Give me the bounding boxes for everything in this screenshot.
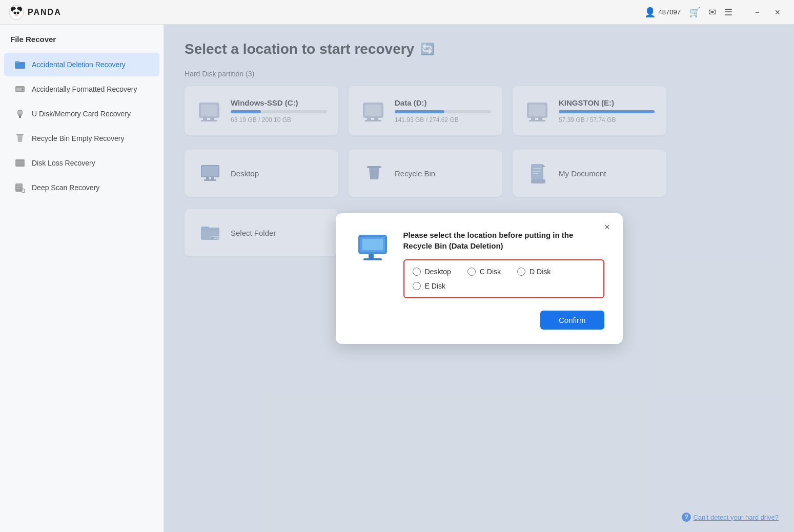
- svg-rect-24: [16, 188, 20, 189]
- svg-point-5: [17, 11, 19, 14]
- radio-c-disk[interactable]: [467, 268, 476, 276]
- modal-options-row-1: Desktop C Disk D Disk: [413, 268, 595, 276]
- svg-rect-22: [16, 185, 22, 186]
- mail-icon[interactable]: ✉: [708, 7, 716, 18]
- user-info: 👤 487097: [644, 7, 681, 18]
- sidebar-item-label: Deep Scan Recovery: [32, 183, 99, 192]
- sidebar-item-recycle-bin-empty[interactable]: Recycle Bin Empty Recovery: [4, 127, 159, 150]
- modal-footer: Confirm: [354, 311, 604, 330]
- panda-logo: PANDA: [8, 4, 62, 21]
- sidebar-item-label: Disk Loss Recovery: [32, 159, 95, 167]
- sidebar-title: File Recover: [0, 35, 164, 52]
- option-label-desktop: Desktop: [425, 268, 451, 276]
- titlebar-left: PANDA: [8, 4, 62, 21]
- svg-rect-13: [19, 116, 21, 118]
- modal-content-right: Please select the location before puttin…: [403, 230, 604, 298]
- disk-loss-icon: [14, 157, 26, 169]
- radio-e-disk[interactable]: [413, 282, 421, 290]
- minimize-button[interactable]: −: [749, 4, 765, 21]
- modal-close-button[interactable]: ×: [600, 220, 615, 235]
- confirm-button[interactable]: Confirm: [540, 311, 604, 330]
- svg-point-3: [12, 9, 21, 17]
- hdd-icon: [14, 84, 26, 95]
- modal-title: Please select the location before puttin…: [403, 230, 604, 251]
- logo-text: PANDA: [28, 8, 62, 17]
- cart-icon[interactable]: 🛒: [689, 7, 700, 18]
- modal-dialog: × Please select: [336, 213, 623, 344]
- sidebar-item-disk-loss[interactable]: Disk Loss Recovery: [4, 151, 159, 175]
- modal-monitor-icon: [354, 230, 391, 267]
- modal-options-row-2: E Disk: [413, 282, 595, 290]
- modal-option-e-disk[interactable]: E Disk: [413, 282, 445, 290]
- sidebar-item-accidental-deletion[interactable]: Accidental Deletion Recovery: [4, 53, 159, 76]
- sidebar-item-deep-scan[interactable]: Deep Scan Recovery: [4, 176, 159, 199]
- modal-option-d-disk[interactable]: D Disk: [517, 268, 551, 276]
- user-avatar-icon: 👤: [644, 7, 656, 18]
- window-controls: − ✕: [749, 4, 786, 21]
- modal-body: Please select the location before puttin…: [354, 230, 604, 298]
- modal-option-c-disk[interactable]: C Disk: [467, 268, 501, 276]
- deep-scan-icon: [14, 182, 26, 193]
- modal-options-box: Desktop C Disk D Disk: [403, 259, 604, 298]
- recycle-bin-sidebar-icon: [14, 133, 26, 144]
- titlebar: PANDA 👤 487097 🛒 ✉ ☰ − ✕: [0, 0, 794, 25]
- radio-d-disk[interactable]: [517, 268, 525, 276]
- svg-rect-63: [362, 239, 383, 250]
- option-label-d-disk: D Disk: [530, 268, 551, 276]
- svg-rect-23: [16, 187, 22, 188]
- main-content: Select a location to start recovery 🔄 Ha…: [164, 25, 794, 532]
- svg-point-6: [15, 14, 18, 15]
- titlebar-right: 👤 487097 🛒 ✉ ☰ − ✕: [644, 4, 786, 21]
- modal-option-desktop[interactable]: Desktop: [413, 268, 451, 276]
- sidebar-item-u-disk[interactable]: U Disk/Memory Card Recovery: [4, 102, 159, 126]
- svg-rect-8: [15, 61, 19, 63]
- menu-icon[interactable]: ☰: [724, 7, 732, 18]
- app-layout: File Recover Accidental Deletion Recover…: [0, 25, 794, 532]
- user-id: 487097: [659, 8, 681, 16]
- folder-blue-icon: [14, 59, 26, 70]
- svg-line-26: [25, 192, 26, 193]
- sidebar: File Recover Accidental Deletion Recover…: [0, 25, 164, 532]
- option-label-c-disk: C Disk: [480, 268, 501, 276]
- svg-rect-14: [17, 111, 23, 114]
- svg-rect-65: [363, 258, 382, 260]
- sidebar-item-label: U Disk/Memory Card Recovery: [32, 110, 131, 118]
- svg-rect-18: [15, 159, 25, 167]
- option-label-e-disk: E Disk: [425, 282, 445, 290]
- svg-point-11: [22, 89, 24, 90]
- usb-icon: [14, 108, 26, 119]
- svg-rect-64: [369, 254, 374, 258]
- sidebar-item-label: Accidental Deletion Recovery: [32, 60, 126, 69]
- sidebar-item-label: Accidentally Formatted Recovery: [32, 85, 137, 93]
- modal-overlay: × Please select: [164, 25, 794, 532]
- svg-point-4: [14, 11, 16, 14]
- sidebar-item-accidentally-formatted[interactable]: Accidentally Formatted Recovery: [4, 77, 159, 101]
- sidebar-item-label: Recycle Bin Empty Recovery: [32, 134, 125, 142]
- panda-icon: [8, 4, 25, 21]
- close-button[interactable]: ✕: [769, 4, 786, 21]
- radio-desktop[interactable]: [413, 268, 421, 276]
